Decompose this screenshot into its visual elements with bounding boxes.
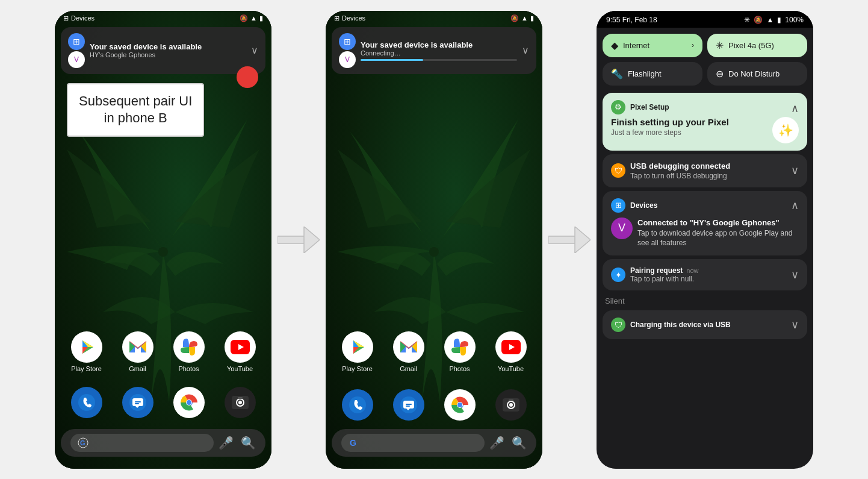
app-photos[interactable]: Photos bbox=[167, 331, 211, 372]
devices-connected-text: Connected to "HY's Google Gphones" Tap t… bbox=[637, 218, 799, 249]
chrome-icon bbox=[173, 387, 205, 418]
mute-icon: 🔕 bbox=[240, 14, 248, 22]
arrow-1 bbox=[271, 227, 326, 253]
google-g-logo-2: G bbox=[349, 437, 359, 448]
usb-debug-chevron[interactable]: ∨ bbox=[791, 164, 799, 177]
devices-chevron-up[interactable]: ∧ bbox=[791, 199, 799, 212]
status-icons: 🔕 ▲ ▮ bbox=[240, 14, 263, 22]
app-youtube-2[interactable]: YouTube bbox=[489, 331, 533, 372]
lens-icon[interactable]: 🔍 bbox=[241, 436, 256, 450]
devices-icon: ⊞ bbox=[63, 14, 69, 22]
svg-marker-46 bbox=[575, 227, 591, 253]
pixel-icon: ✳ bbox=[716, 40, 724, 51]
flashlight-icon: 🔦 bbox=[611, 68, 623, 80]
phone-icon bbox=[71, 387, 102, 418]
app-play-store-2[interactable]: Play Store bbox=[335, 331, 379, 372]
notif-icon-app: V bbox=[68, 51, 85, 68]
notif-chevron[interactable]: ∨ bbox=[251, 45, 258, 56]
notif-charging[interactable]: 🛡 Charging this device via USB ∨ bbox=[603, 310, 807, 339]
camera-icon bbox=[225, 387, 256, 418]
app-photos-2[interactable]: Photos bbox=[438, 331, 482, 372]
notif-pairing[interactable]: ✦ Pairing request now Tap to pair with n… bbox=[603, 259, 807, 290]
lens-icon-2[interactable]: 🔍 bbox=[512, 436, 527, 450]
app-play-store[interactable]: Play Store bbox=[64, 331, 108, 372]
notif-icons: ⊞ V bbox=[68, 33, 85, 68]
svg-marker-23 bbox=[304, 227, 320, 253]
youtube-icon bbox=[225, 331, 256, 363]
usb-debug-text: USB debugging connected Tap to turn off … bbox=[630, 161, 730, 180]
mic-icon-2[interactable]: 🎤 bbox=[489, 436, 504, 450]
svg-point-39 bbox=[457, 402, 462, 407]
svg-point-42 bbox=[509, 403, 513, 407]
battery-icon: ▮ bbox=[259, 14, 263, 22]
svg-point-18 bbox=[238, 401, 242, 404]
app-messages[interactable] bbox=[116, 387, 160, 421]
np-notifications-scroll[interactable]: ⚙ Pixel Setup ∧ Finish setting up your P… bbox=[597, 89, 813, 469]
tile-flashlight[interactable]: 🔦 Flashlight bbox=[603, 62, 702, 86]
pairing-title-row: Pairing request now bbox=[630, 266, 699, 275]
np-battery-pct: 100% bbox=[785, 16, 804, 24]
internet-icon: ◆ bbox=[611, 40, 618, 51]
notif-devices[interactable]: ⊞ Devices ∧ V Connected to "HY's Google … bbox=[603, 191, 807, 256]
app-camera[interactable] bbox=[218, 387, 262, 421]
gmail-icon bbox=[122, 331, 153, 363]
pairing-icon: ✦ bbox=[611, 268, 625, 282]
mute-icon-2: 🔕 bbox=[510, 14, 519, 22]
svg-rect-19 bbox=[238, 397, 243, 399]
tile-dnd[interactable]: ⊖ Do Not Disturb bbox=[707, 62, 807, 86]
label-overlay: Subsequent pair UI in phone B bbox=[67, 83, 204, 137]
dock-icons: 🎤 🔍 bbox=[219, 436, 256, 450]
np-status-right: ✳ 🔕 ▲ ▮ 100% bbox=[744, 16, 804, 24]
svg-rect-45 bbox=[548, 236, 576, 243]
app-phone-2[interactable] bbox=[335, 389, 379, 421]
devices-connected-row: V Connected to "HY's Google Gphones" Tap… bbox=[611, 218, 799, 249]
notif-chevron-2[interactable]: ∨ bbox=[522, 45, 529, 56]
status-app-label-2: ⊞ Devices bbox=[334, 14, 365, 22]
np-battery-icon: ▮ bbox=[777, 16, 781, 24]
np-wifi-icon: ▲ bbox=[766, 16, 773, 24]
app-chrome-2[interactable] bbox=[438, 389, 482, 421]
google-g-logo: G bbox=[78, 437, 88, 448]
pixel-setup-text: Finish setting up your Pixel Just a few … bbox=[611, 117, 729, 137]
pixel-setup-icon: ⚙ bbox=[611, 100, 625, 114]
svg-rect-11 bbox=[135, 403, 139, 404]
quick-tiles: ◆ Internet › ✳ Pixel 4a (5G) 🔦 Flashligh… bbox=[597, 28, 813, 89]
charging-left: 🛡 Charging this device via USB bbox=[611, 318, 731, 332]
notification-card-2[interactable]: ⊞ V Your saved device is available Conne… bbox=[332, 27, 536, 74]
app-chrome[interactable] bbox=[167, 387, 211, 421]
pixel-setup-header: ⚙ Pixel Setup ∧ bbox=[611, 100, 799, 117]
devices-header: ⊞ Devices ∧ bbox=[611, 198, 799, 213]
app-gmail-2[interactable]: Gmail bbox=[386, 331, 430, 372]
tile-internet[interactable]: ◆ Internet › bbox=[603, 34, 702, 57]
svg-text:G: G bbox=[350, 438, 356, 448]
tile-pixel[interactable]: ✳ Pixel 4a (5G) bbox=[707, 34, 807, 57]
app-gmail[interactable]: Gmail bbox=[116, 331, 160, 372]
svg-rect-22 bbox=[277, 236, 305, 243]
app-messages-2[interactable] bbox=[386, 389, 430, 421]
app-camera-2[interactable] bbox=[489, 389, 533, 421]
svg-rect-34 bbox=[406, 404, 412, 405]
wifi-icon-2: ▲ bbox=[521, 14, 528, 22]
notif-icon-app-2: V bbox=[339, 51, 356, 68]
magic-wand-button[interactable]: ✨ bbox=[772, 117, 799, 143]
charging-chevron[interactable]: ∨ bbox=[791, 318, 799, 331]
pixel-setup-body: Finish setting up your Pixel Just a few … bbox=[611, 117, 799, 143]
status-icons-2: 🔕 ▲ ▮ bbox=[510, 14, 534, 22]
pairing-left: ✦ Pairing request now Tap to pair with n… bbox=[611, 266, 699, 283]
internet-chevron: › bbox=[692, 41, 694, 49]
notification-card-1[interactable]: ⊞ V Your saved device is available HY's … bbox=[61, 27, 265, 74]
pixel-setup-chevron-up[interactable]: ∧ bbox=[791, 102, 799, 115]
pixel-setup-header-row: ⚙ Pixel Setup bbox=[611, 100, 669, 114]
search-bar-2[interactable]: G bbox=[341, 434, 485, 452]
notif-pixel-setup[interactable]: ⚙ Pixel Setup ∧ Finish setting up your P… bbox=[603, 93, 807, 151]
pairing-chevron[interactable]: ∨ bbox=[791, 268, 799, 281]
mic-icon[interactable]: 🎤 bbox=[219, 436, 234, 450]
np-mute-icon: 🔕 bbox=[754, 16, 763, 24]
phone-screen-1: ⊞ Devices 🔕 ▲ ▮ ⊞ V Your saved device is… bbox=[55, 11, 271, 469]
app-youtube[interactable]: YouTube bbox=[218, 331, 262, 372]
app-phone[interactable] bbox=[64, 387, 108, 421]
phone-screen-2: ⊞ Devices 🔕 ▲ ▮ ⊞ V Your saved device is… bbox=[326, 11, 542, 469]
search-bar[interactable]: G bbox=[70, 434, 214, 452]
notif-usb-debug[interactable]: 🛡 USB debugging connected Tap to turn of… bbox=[603, 154, 807, 187]
devices-app-icon: V bbox=[611, 218, 633, 239]
